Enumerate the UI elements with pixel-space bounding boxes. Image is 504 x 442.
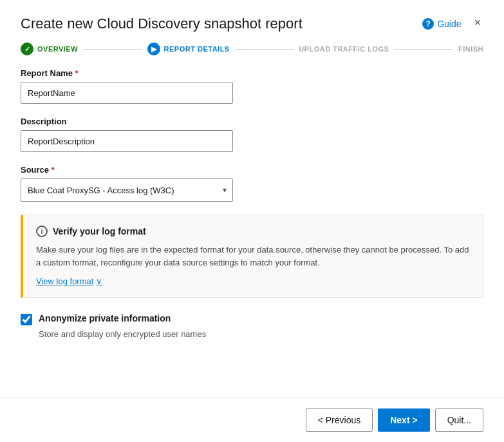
step-report-details: ▶ REPORT DETAILS [147, 43, 230, 55]
close-button[interactable]: × [471, 17, 483, 28]
next-button[interactable]: Next > [378, 408, 429, 432]
anonymize-row: Anonymize private information [21, 313, 483, 325]
create-snapshot-dialog: Create new Cloud Discovery snapshot repo… [0, 0, 504, 442]
report-name-input[interactable] [21, 82, 233, 104]
previous-button[interactable]: < Previous [306, 408, 373, 432]
step-line-2 [235, 49, 294, 50]
guide-icon: ? [422, 18, 434, 30]
anonymize-group: Anonymize private information Store and … [21, 313, 483, 339]
source-label: Source * [21, 165, 483, 175]
step-line-1 [83, 49, 142, 50]
info-box-text: Make sure your log files are in the expe… [36, 244, 470, 269]
guide-link[interactable]: ? Guide [422, 18, 461, 30]
dialog-title: Create new Cloud Discovery snapshot repo… [21, 15, 303, 32]
info-box-header: i Verify your log format [36, 226, 470, 237]
step-label-upload-traffic: UPLOAD TRAFFIC LOGS [299, 45, 389, 53]
report-name-label: Report Name * [21, 68, 483, 78]
source-select-wrapper: Blue Coat ProxySG - Access log (W3C) Cis… [21, 178, 233, 202]
step-label-report-details: REPORT DETAILS [164, 45, 230, 53]
stepper: ✓ OVERVIEW ▶ REPORT DETAILS UPLOAD TRAFF… [0, 43, 504, 68]
step-label-overview: OVERVIEW [37, 45, 78, 53]
view-log-link[interactable]: View log format ∨ [36, 276, 102, 286]
source-required-marker: * [51, 165, 55, 175]
dialog-header: Create new Cloud Discovery snapshot repo… [0, 0, 504, 43]
dialog-footer: < Previous Next > Quit... [0, 398, 504, 442]
step-label-finish: FINISH [458, 45, 483, 53]
step-icon-report-details: ▶ [147, 43, 160, 55]
anonymize-label[interactable]: Anonymize private information [39, 313, 171, 323]
report-name-group: Report Name * [21, 68, 483, 104]
step-line-3 [394, 49, 453, 50]
quit-button[interactable]: Quit... [435, 408, 483, 432]
step-icon-overview: ✓ [21, 43, 33, 55]
info-box-title: Verify your log format [53, 226, 146, 236]
view-log-chevron-icon: ∨ [96, 276, 102, 286]
description-input[interactable] [21, 130, 233, 152]
description-label: Description [21, 117, 483, 126]
description-group: Description [21, 117, 483, 152]
required-marker: * [75, 68, 79, 78]
source-select[interactable]: Blue Coat ProxySG - Access log (W3C) Cis… [21, 178, 233, 202]
info-circle-icon: i [36, 226, 48, 237]
guide-label: Guide [437, 19, 461, 29]
form-body: Report Name * Description Source * Blue … [0, 68, 504, 398]
step-finish: FINISH [458, 45, 483, 53]
source-group: Source * Blue Coat ProxySG - Access log … [21, 165, 483, 202]
info-box: i Verify your log format Make sure your … [21, 215, 483, 298]
anonymize-checkbox[interactable] [21, 314, 32, 325]
anonymize-description: Store and display only encrypted user na… [39, 329, 483, 339]
step-overview: ✓ OVERVIEW [21, 43, 78, 55]
step-upload-traffic: UPLOAD TRAFFIC LOGS [299, 45, 389, 53]
